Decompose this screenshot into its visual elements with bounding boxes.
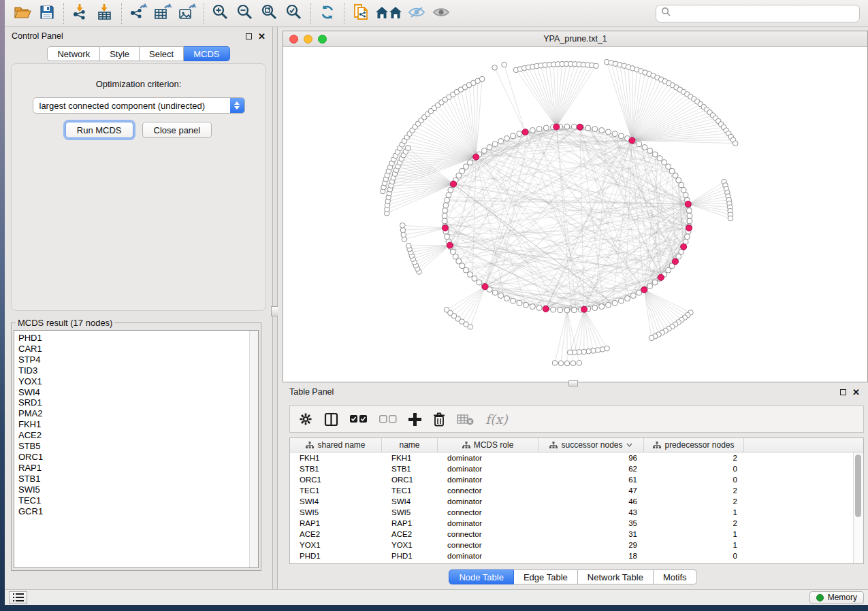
table-cell[interactable] <box>744 463 853 474</box>
table-cell[interactable]: 1 <box>644 529 744 540</box>
table-cell[interactable]: 1 <box>644 507 744 518</box>
table-cell[interactable]: PHD1 <box>382 550 438 561</box>
mcds-result-node[interactable]: GCR1 <box>18 506 258 517</box>
export-image-button[interactable] <box>175 3 199 24</box>
mcds-result-node[interactable]: ACE2 <box>18 430 258 441</box>
table-cell[interactable]: 2 <box>644 496 744 507</box>
table-cell[interactable] <box>744 507 853 518</box>
table-cell[interactable]: SWI5 <box>290 507 382 518</box>
table-cell[interactable]: SWI4 <box>290 496 382 507</box>
table-row[interactable]: ACE2ACE2connector311 <box>290 529 853 540</box>
close-panel-icon[interactable]: ✕ <box>258 33 266 39</box>
table-row[interactable]: STB1STB1dominator620 <box>290 463 853 474</box>
table-row[interactable]: RAP1RAP1dominator352 <box>290 518 853 529</box>
table-cell[interactable]: 61 <box>539 474 644 485</box>
table-cell[interactable]: TEC1 <box>290 485 382 496</box>
table-cell[interactable]: 0 <box>644 550 744 561</box>
network-canvas-container[interactable] <box>283 47 867 382</box>
deselect-all-rows-button[interactable] <box>379 415 397 424</box>
table-cell[interactable]: connector <box>438 540 539 550</box>
column-header-predecessor-nodes[interactable]: predecessor nodes <box>644 438 744 452</box>
table-cell[interactable]: 29 <box>539 540 644 550</box>
table-cell[interactable]: ORC1 <box>290 474 382 485</box>
memory-button[interactable]: Memory <box>809 591 864 604</box>
select-all-rows-button[interactable] <box>350 415 368 424</box>
table-row[interactable]: SWI4SWI4dominator462 <box>290 496 853 507</box>
export-table-button[interactable] <box>150 3 175 24</box>
float-panel-icon[interactable] <box>246 33 252 39</box>
table-row[interactable]: ORC1ORC1dominator610 <box>290 474 853 485</box>
refresh-button[interactable] <box>315 3 340 24</box>
duplicate-network-button[interactable] <box>349 3 373 24</box>
table-cell[interactable]: 31 <box>539 529 644 540</box>
table-cell[interactable]: connector <box>438 485 539 496</box>
mcds-result-node[interactable]: PHD1 <box>18 333 258 344</box>
add-column-button[interactable] <box>408 413 421 426</box>
mcds-result-node[interactable]: RAP1 <box>18 463 258 474</box>
table-cell[interactable]: PHD1 <box>290 550 382 561</box>
close-table-panel-icon[interactable]: ✕ <box>852 389 860 395</box>
table-cell[interactable]: 0 <box>644 463 744 474</box>
mcds-result-node[interactable]: STB1 <box>18 474 258 484</box>
run-mcds-button[interactable]: Run MCDS <box>65 122 133 138</box>
table-cell[interactable]: 2 <box>644 485 744 496</box>
table-cell[interactable]: TEC1 <box>382 485 438 496</box>
column-header-shared-name[interactable]: shared name <box>290 438 382 452</box>
table-scrollbar-thumb[interactable] <box>855 455 861 517</box>
mcds-result-node[interactable]: TID3 <box>18 365 258 376</box>
table-cell[interactable]: dominator <box>438 452 539 463</box>
table-cell[interactable]: 18 <box>539 550 644 561</box>
column-header-name[interactable]: name <box>382 438 438 452</box>
table-cell[interactable]: RAP1 <box>382 518 438 529</box>
table-cell[interactable]: 2 <box>644 518 744 529</box>
table-settings-button[interactable] <box>299 412 312 426</box>
table-row[interactable]: PHD1PHD1dominator180 <box>290 550 853 561</box>
show-all-button[interactable] <box>429 3 453 24</box>
tab-select[interactable]: Select <box>140 46 184 61</box>
float-table-panel-icon[interactable] <box>840 389 846 395</box>
tab-node-table[interactable]: Node Table <box>449 569 514 584</box>
table-cell[interactable]: dominator <box>438 550 539 561</box>
table-cell[interactable]: ORC1 <box>382 474 438 485</box>
mcds-result-node[interactable]: FKH1 <box>18 419 258 430</box>
table-cell[interactable]: ACE2 <box>382 529 438 540</box>
column-header-mcds-role[interactable]: MCDS role <box>438 438 539 452</box>
show-columns-button[interactable] <box>324 412 338 427</box>
tab-mcds[interactable]: MCDS <box>184 46 229 61</box>
table-cell[interactable]: FKH1 <box>382 452 438 463</box>
table-cell[interactable]: 62 <box>539 463 644 474</box>
table-cell[interactable]: dominator <box>438 463 539 474</box>
zoom-selected-button[interactable] <box>282 3 306 24</box>
mcds-result-node[interactable]: YOX1 <box>18 376 258 387</box>
search-input[interactable] <box>675 9 854 18</box>
table-cell[interactable]: YOX1 <box>382 540 438 550</box>
table-cell[interactable]: 43 <box>539 507 644 518</box>
table-scrollbar[interactable] <box>853 452 863 563</box>
table-cell[interactable]: 96 <box>539 452 644 463</box>
mcds-result-node[interactable]: SWI4 <box>18 387 258 398</box>
table-cell[interactable] <box>744 550 853 561</box>
import-table-button[interactable] <box>93 3 117 24</box>
horizontal-splitter-handle[interactable] <box>568 380 578 386</box>
table-cell[interactable]: ACE2 <box>290 529 382 540</box>
zoom-fit-button[interactable] <box>257 3 282 24</box>
delete-table-button[interactable] <box>457 414 474 425</box>
open-file-button[interactable] <box>10 3 35 24</box>
table-cell[interactable] <box>744 496 853 507</box>
mcds-result-node[interactable]: ORC1 <box>18 452 258 463</box>
close-panel-button[interactable]: Close panel <box>142 122 212 138</box>
import-network-button[interactable] <box>68 3 93 24</box>
table-cell[interactable]: RAP1 <box>290 518 382 529</box>
table-cell[interactable]: STB1 <box>290 463 382 474</box>
mcds-result-node[interactable]: SRD1 <box>18 397 258 408</box>
search-field[interactable] <box>656 5 860 22</box>
mcds-result-node[interactable]: STP4 <box>18 354 258 365</box>
table-cell[interactable]: 0 <box>644 474 744 485</box>
table-cell[interactable]: connector <box>438 529 539 540</box>
table-cell[interactable]: SWI5 <box>382 507 438 518</box>
table-cell[interactable]: STB1 <box>382 463 438 474</box>
result-list-scrollbar[interactable] <box>249 331 258 567</box>
table-cell[interactable]: dominator <box>438 496 539 507</box>
tab-edge-table[interactable]: Edge Table <box>514 569 578 584</box>
table-cell[interactable]: 35 <box>539 518 644 529</box>
